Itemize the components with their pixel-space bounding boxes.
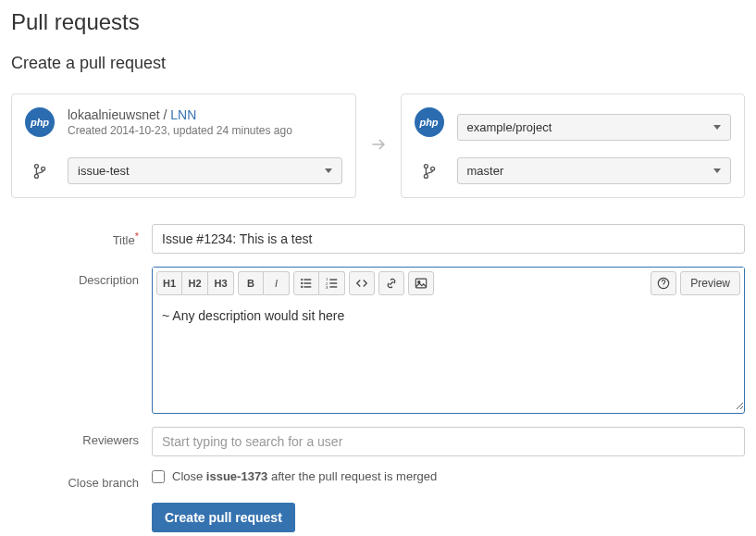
close-branch-checkbox[interactable] xyxy=(152,470,165,483)
h1-button[interactable]: H1 xyxy=(156,271,182,295)
source-branch-value: issue-test xyxy=(78,164,130,178)
description-editor: H1 H2 H3 B I 123 Preview ~ A xyxy=(152,267,745,414)
svg-rect-11 xyxy=(304,286,311,287)
title-input[interactable] xyxy=(152,224,745,254)
bold-button[interactable]: B xyxy=(238,271,264,295)
preview-button[interactable]: Preview xyxy=(680,271,740,295)
h3-button[interactable]: H3 xyxy=(208,271,234,295)
description-textarea[interactable]: ~ Any description would sit here xyxy=(153,299,744,410)
number-list-button[interactable]: 123 xyxy=(319,271,345,295)
image-button[interactable] xyxy=(408,271,434,295)
source-repo-info: lokaalnieuwsnet / LNN Created 2014-10-23… xyxy=(68,107,292,137)
target-repo-value: example/project xyxy=(467,120,552,134)
caret-down-icon xyxy=(713,125,721,130)
source-branch-select[interactable]: issue-test xyxy=(68,157,342,184)
editor-toolbar: H1 H2 H3 B I 123 Preview xyxy=(153,268,744,300)
source-owner: lokaalnieuwsnet xyxy=(68,107,160,122)
svg-rect-7 xyxy=(304,279,311,280)
link-button[interactable] xyxy=(378,271,404,295)
target-box: example/project master xyxy=(401,93,746,198)
svg-rect-13 xyxy=(329,279,337,280)
bullet-list-button[interactable] xyxy=(293,271,319,295)
reviewers-label: Reviewers xyxy=(11,427,152,447)
code-button[interactable] xyxy=(349,271,375,295)
close-branch-text: Close issue-1373 after the pull request … xyxy=(172,469,437,483)
title-label: Title* xyxy=(11,224,152,247)
svg-point-3 xyxy=(424,164,428,168)
source-repo-link[interactable]: LNN xyxy=(170,107,196,122)
svg-rect-9 xyxy=(304,282,311,283)
help-button[interactable] xyxy=(651,271,676,295)
close-branch-label: Close branch xyxy=(11,469,152,490)
target-branch-value: master xyxy=(467,164,504,178)
description-label: Description xyxy=(11,267,152,287)
svg-point-10 xyxy=(301,286,303,288)
italic-button[interactable]: I xyxy=(264,271,290,295)
branch-icon xyxy=(415,163,444,180)
svg-point-8 xyxy=(301,282,303,284)
svg-point-2 xyxy=(42,167,45,170)
source-box: lokaalnieuwsnet / LNN Created 2014-10-23… xyxy=(11,93,356,198)
svg-rect-18 xyxy=(415,279,426,288)
caret-down-icon xyxy=(713,168,721,173)
create-pull-request-button[interactable]: Create pull request xyxy=(152,503,295,532)
close-branch-checkbox-row[interactable]: Close issue-1373 after the pull request … xyxy=(152,469,745,483)
target-branch-select[interactable]: master xyxy=(457,157,732,184)
svg-rect-17 xyxy=(329,286,337,287)
page-heading: Pull requests xyxy=(11,9,745,35)
svg-rect-15 xyxy=(329,282,337,283)
svg-point-6 xyxy=(301,279,303,280)
svg-point-5 xyxy=(430,167,434,170)
svg-point-4 xyxy=(424,174,428,178)
caret-down-icon xyxy=(325,168,332,173)
svg-point-19 xyxy=(418,281,420,283)
branch-icon xyxy=(25,163,55,180)
branch-selector-row: lokaalnieuwsnet / LNN Created 2014-10-23… xyxy=(11,93,745,198)
php-logo-icon xyxy=(25,107,55,137)
h2-button[interactable]: H2 xyxy=(182,271,208,295)
php-logo-icon xyxy=(415,107,444,137)
target-repo-select[interactable]: example/project xyxy=(457,114,732,141)
svg-point-1 xyxy=(34,174,38,178)
arrow-right-icon xyxy=(369,135,388,156)
svg-point-0 xyxy=(34,164,38,168)
page-subheading: Create a pull request xyxy=(11,54,745,73)
svg-text:3: 3 xyxy=(326,285,328,290)
source-meta: Created 2014-10-23, updated 24 minutes a… xyxy=(68,124,292,137)
reviewers-input[interactable] xyxy=(152,427,745,456)
